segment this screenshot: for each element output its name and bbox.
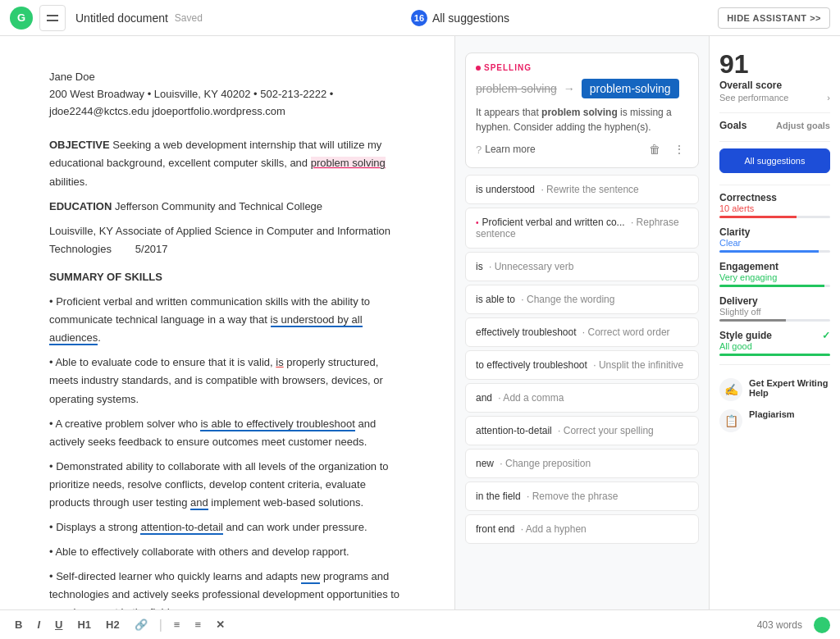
metric-bar	[719, 216, 830, 218]
unordered-list-button[interactable]: ≡	[189, 615, 206, 634]
metric-name: Engagement	[719, 261, 778, 272]
suggestion-keyword: in the field	[476, 491, 521, 502]
metric-sub: Clear	[719, 238, 830, 248]
metric-name: Correctness	[719, 192, 777, 203]
expert-icon: ✍	[719, 378, 742, 401]
suggestion-item[interactable]: is · Unnecessary verb	[465, 252, 699, 281]
bullet-6: • Able to effectively collaborate with o…	[49, 543, 405, 561]
metric-name: Clarity	[719, 226, 750, 238]
suggestion-action: · Unsplit the infinitive	[591, 359, 683, 371]
metric-name-row: Correctness	[719, 192, 830, 203]
metric-item[interactable]: Style guide ✓ All good	[719, 330, 830, 356]
suggestion-item[interactable]: •Proficient verbal and written co... · R…	[465, 208, 699, 249]
h2-button[interactable]: H2	[101, 615, 125, 634]
arrow-icon: →	[564, 82, 575, 95]
clear-format-button[interactable]: ✕	[211, 615, 230, 634]
grammarly-bottom-icon	[814, 617, 830, 633]
hide-assistant-button[interactable]: HIDE ASSISTANT >>	[718, 7, 830, 29]
expert-writing-item[interactable]: ✍ Get Expert Writing Help	[719, 378, 830, 401]
underline-and: and	[190, 496, 208, 510]
menu-button[interactable]	[39, 5, 66, 31]
metric-bar	[719, 250, 830, 253]
right-panel: 91 Overall score See performance › Goals…	[709, 36, 840, 609]
plagiarism-icon: 📋	[719, 409, 742, 432]
metric-sub: All good	[719, 341, 830, 351]
suggestion-item[interactable]: in the field · Remove the phrase	[465, 482, 699, 511]
metric-bar	[719, 319, 830, 322]
bullet-5: • Displays a strong attention-to-detail …	[49, 518, 405, 536]
more-options-button[interactable]: ⋮	[670, 141, 688, 157]
suggestion-item[interactable]: front end · Add a hyphen	[465, 514, 699, 544]
education-label: EDUCATION	[49, 200, 112, 212]
suggestion-action: · Add a comma	[495, 392, 564, 404]
education-paragraph: EDUCATION Jefferson Community and Techni…	[49, 198, 405, 216]
metric-sub: 10 alerts	[719, 203, 830, 213]
right-bottom: ✍ Get Expert Writing Help 📋 Plagiarism	[719, 378, 830, 432]
correction-row: problem-solving → problem-solving	[476, 79, 688, 98]
summary-label: SUMMARY OF SKILLS	[49, 268, 405, 286]
suggestion-action: · Change preposition	[497, 458, 591, 469]
learn-more-link[interactable]: ? Learn more	[476, 144, 536, 156]
metric-name-row: Clarity	[719, 226, 830, 238]
author-email: jdoe2244@kctcs.edu jdoeportfolio.wordpre…	[49, 103, 405, 121]
suggestion-action: · Remove the phrase	[524, 491, 619, 502]
suggestion-item[interactable]: is understood · Rewrite the sentence	[465, 175, 699, 204]
word-count: 403 words	[757, 619, 802, 631]
metric-item[interactable]: Delivery Slightly off	[719, 295, 830, 322]
suggestion-list: is understood · Rewrite the sentence•Pro…	[455, 175, 709, 544]
goals-link[interactable]: Goals Adjust goals	[719, 120, 830, 131]
metric-name-row: Delivery	[719, 295, 830, 307]
spelling-description: It appears that problem solving is missi…	[476, 105, 688, 135]
bullet-1: • Proficient verbal and written communic…	[49, 293, 405, 347]
suggestion-item[interactable]: effectively troubleshoot · Correct word …	[465, 317, 699, 347]
suggestion-action: · Rewrite the sentence	[538, 184, 639, 195]
italic-button[interactable]: I	[32, 615, 45, 634]
suggestions-count-badge: 16	[411, 10, 427, 26]
bullet-4: • Demonstrated ability to collaborate wi…	[49, 458, 405, 512]
document-content[interactable]: OBJECTIVE Seeking a web development inte…	[49, 136, 405, 609]
metrics-list: Correctness 10 alerts Clarity Clear Enga…	[719, 192, 830, 356]
author-address: 200 West Broadway • Louisville, KY 40202…	[49, 86, 405, 103]
ordered-list-button[interactable]: ≡	[169, 615, 185, 634]
spelling-dot	[476, 66, 481, 71]
bold-button[interactable]: B	[10, 615, 27, 634]
metric-item[interactable]: Correctness 10 alerts	[719, 192, 830, 218]
underline-attention: attention-to-detail	[140, 521, 222, 535]
suggestion-item[interactable]: and · Add a comma	[465, 383, 699, 413]
separator: |	[159, 618, 162, 632]
suggestion-item[interactable]: attention-to-detail · Correct your spell…	[465, 416, 699, 445]
author-name: Jane Doe	[49, 69, 405, 86]
bullet-dot: •	[476, 218, 479, 227]
underline-button[interactable]: U	[50, 615, 67, 634]
suggestion-keyword: is able to	[476, 294, 515, 305]
suggestion-item[interactable]: is able to · Change the wording	[465, 285, 699, 314]
main-layout: Jane Doe 200 West Broadway • Louisville,…	[0, 36, 840, 609]
topbar: G Untitled document Saved 16 All suggest…	[0, 0, 840, 36]
suggestion-item[interactable]: new · Change preposition	[465, 449, 699, 478]
new-word-badge[interactable]: problem-solving	[582, 79, 679, 98]
expert-text: Get Expert Writing Help	[749, 378, 830, 398]
plagiarism-text: Plagiarism	[749, 409, 795, 419]
card-actions: 🗑 ⋮	[646, 141, 688, 157]
h1-button[interactable]: H1	[72, 615, 96, 634]
metric-bar	[719, 285, 830, 287]
suggestion-action: · Add a hyphen	[518, 523, 586, 535]
underline-troubleshoot: is able to effectively troubleshoot	[200, 418, 354, 431]
see-performance-link[interactable]: See performance ›	[719, 93, 830, 103]
editor-area[interactable]: Jane Doe 200 West Broadway • Louisville,…	[0, 36, 454, 609]
spelling-card[interactable]: SPELLING problem-solving → problem-solvi…	[465, 52, 699, 168]
plagiarism-item[interactable]: 📋 Plagiarism	[719, 409, 830, 432]
all-suggestions-button[interactable]: All suggestions	[719, 148, 830, 173]
bullet-3: • A creative problem solver who is able …	[49, 415, 405, 451]
metric-item[interactable]: Engagement Very engaging	[719, 261, 830, 287]
suggestion-keyword: effectively troubleshoot	[476, 326, 577, 338]
metric-item[interactable]: Clarity Clear	[719, 226, 830, 253]
suggestion-keyword: new	[476, 458, 494, 469]
suggestion-item[interactable]: to effectively troubleshoot · Unsplit th…	[465, 350, 699, 380]
delete-suggestion-button[interactable]: 🗑	[646, 141, 664, 157]
suggestion-action: · Unnecessary verb	[486, 261, 574, 272]
document-title[interactable]: Untitled document	[75, 11, 168, 25]
old-word: problem-solving	[476, 82, 557, 95]
check-icon: ✓	[822, 330, 830, 341]
link-button[interactable]: 🔗	[130, 615, 153, 634]
